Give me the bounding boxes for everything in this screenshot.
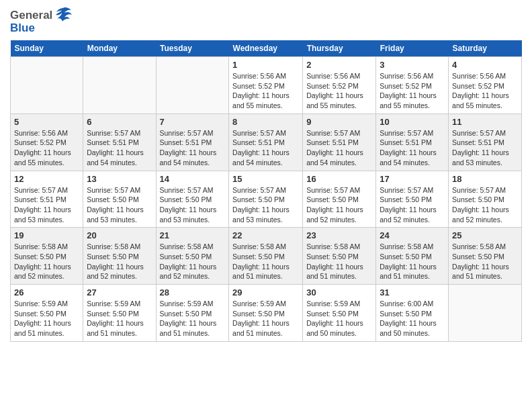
cell-content: Sunrise: 5:56 AMSunset: 5:52 PMDaylight:… <box>380 71 445 111</box>
week-row-3: 12Sunrise: 5:57 AMSunset: 5:51 PMDayligh… <box>11 171 522 228</box>
cal-cell <box>83 57 156 114</box>
day-number: 9 <box>306 117 372 127</box>
cal-cell: 19Sunrise: 5:58 AMSunset: 5:50 PMDayligh… <box>11 228 83 285</box>
day-number: 23 <box>306 230 372 240</box>
cal-cell: 23Sunrise: 5:58 AMSunset: 5:50 PMDayligh… <box>303 228 376 285</box>
column-header-tuesday: Tuesday <box>156 40 229 57</box>
cal-cell: 1Sunrise: 5:56 AMSunset: 5:52 PMDaylight… <box>229 57 303 114</box>
cal-cell: 27Sunrise: 5:59 AMSunset: 5:50 PMDayligh… <box>83 285 156 342</box>
cell-content: Sunrise: 5:57 AMSunset: 5:50 PMDaylight:… <box>452 185 518 225</box>
cal-cell: 28Sunrise: 5:59 AMSunset: 5:50 PMDayligh… <box>156 285 229 342</box>
day-number: 3 <box>380 60 445 70</box>
cal-cell: 9Sunrise: 5:57 AMSunset: 5:51 PMDaylight… <box>303 113 376 171</box>
cal-cell: 26Sunrise: 5:59 AMSunset: 5:50 PMDayligh… <box>11 285 83 342</box>
cell-content: Sunrise: 5:57 AMSunset: 5:51 PMDaylight:… <box>380 128 445 168</box>
cell-content: Sunrise: 5:56 AMSunset: 5:52 PMDaylight:… <box>232 71 299 111</box>
cell-content: Sunrise: 5:56 AMSunset: 5:52 PMDaylight:… <box>452 71 518 111</box>
day-number: 28 <box>160 287 226 298</box>
cell-content: Sunrise: 5:58 AMSunset: 5:50 PMDaylight:… <box>14 242 79 281</box>
week-row-1: 1Sunrise: 5:56 AMSunset: 5:52 PMDaylight… <box>11 57 522 114</box>
day-number: 24 <box>380 230 445 240</box>
cal-cell: 5Sunrise: 5:56 AMSunset: 5:52 PMDaylight… <box>11 113 83 171</box>
day-number: 14 <box>160 174 226 184</box>
day-number: 8 <box>232 117 299 127</box>
day-number: 11 <box>452 117 518 127</box>
day-number: 13 <box>87 174 152 184</box>
cal-cell: 3Sunrise: 5:56 AMSunset: 5:52 PMDaylight… <box>376 57 449 114</box>
cal-cell: 20Sunrise: 5:58 AMSunset: 5:50 PMDayligh… <box>83 228 156 285</box>
day-number: 30 <box>306 287 372 298</box>
page-container: General Blue SundayMondayTuesdayWednesda… <box>0 0 532 349</box>
cal-cell <box>156 57 229 114</box>
cell-content: Sunrise: 5:59 AMSunset: 5:50 PMDaylight:… <box>306 299 372 338</box>
cal-cell <box>449 285 522 342</box>
day-number: 16 <box>306 174 372 184</box>
cell-content: Sunrise: 6:00 AMSunset: 5:50 PMDaylight:… <box>380 299 445 338</box>
cal-cell: 15Sunrise: 5:57 AMSunset: 5:50 PMDayligh… <box>229 171 303 228</box>
day-number: 1 <box>232 60 299 70</box>
cell-content: Sunrise: 5:57 AMSunset: 5:50 PMDaylight:… <box>87 185 152 225</box>
cal-cell: 12Sunrise: 5:57 AMSunset: 5:51 PMDayligh… <box>11 171 83 228</box>
cal-cell: 8Sunrise: 5:57 AMSunset: 5:51 PMDaylight… <box>229 113 303 171</box>
cell-content: Sunrise: 5:57 AMSunset: 5:50 PMDaylight:… <box>160 185 226 225</box>
cell-content: Sunrise: 5:57 AMSunset: 5:51 PMDaylight:… <box>87 128 152 168</box>
cal-cell: 16Sunrise: 5:57 AMSunset: 5:50 PMDayligh… <box>303 171 376 228</box>
cell-content: Sunrise: 5:57 AMSunset: 5:50 PMDaylight:… <box>380 185 445 225</box>
cell-content: Sunrise: 5:59 AMSunset: 5:50 PMDaylight:… <box>14 299 79 338</box>
column-header-friday: Friday <box>376 40 449 57</box>
column-header-wednesday: Wednesday <box>229 40 303 57</box>
cell-content: Sunrise: 5:59 AMSunset: 5:50 PMDaylight:… <box>87 299 152 338</box>
cell-content: Sunrise: 5:57 AMSunset: 5:50 PMDaylight:… <box>232 185 299 225</box>
column-header-monday: Monday <box>83 40 156 57</box>
cal-cell: 17Sunrise: 5:57 AMSunset: 5:50 PMDayligh… <box>376 171 449 228</box>
cell-content: Sunrise: 5:58 AMSunset: 5:50 PMDaylight:… <box>306 242 372 281</box>
day-number: 26 <box>14 287 79 298</box>
day-number: 20 <box>87 230 152 240</box>
day-number: 5 <box>14 117 79 127</box>
day-number: 21 <box>160 230 226 240</box>
cell-content: Sunrise: 5:57 AMSunset: 5:51 PMDaylight:… <box>232 128 299 168</box>
header: General Blue <box>10 7 522 35</box>
cell-content: Sunrise: 5:57 AMSunset: 5:51 PMDaylight:… <box>160 128 226 168</box>
day-number: 7 <box>160 117 226 127</box>
day-number: 29 <box>232 287 299 298</box>
day-number: 2 <box>306 60 372 70</box>
day-number: 31 <box>380 287 445 298</box>
cell-content: Sunrise: 5:59 AMSunset: 5:50 PMDaylight:… <box>232 299 299 338</box>
cal-cell: 11Sunrise: 5:57 AMSunset: 5:51 PMDayligh… <box>449 113 522 171</box>
cal-cell <box>11 57 83 114</box>
logo: General Blue <box>10 7 73 35</box>
cell-content: Sunrise: 5:57 AMSunset: 5:51 PMDaylight:… <box>306 128 372 168</box>
cell-content: Sunrise: 5:57 AMSunset: 5:51 PMDaylight:… <box>452 128 518 168</box>
cal-cell: 4Sunrise: 5:56 AMSunset: 5:52 PMDaylight… <box>449 57 522 114</box>
logo-blue: Blue <box>10 21 35 35</box>
week-row-4: 19Sunrise: 5:58 AMSunset: 5:50 PMDayligh… <box>11 228 522 285</box>
logo-bird-icon <box>54 7 73 24</box>
day-number: 4 <box>452 60 518 70</box>
column-header-thursday: Thursday <box>303 40 376 57</box>
cal-cell: 13Sunrise: 5:57 AMSunset: 5:50 PMDayligh… <box>83 171 156 228</box>
week-row-5: 26Sunrise: 5:59 AMSunset: 5:50 PMDayligh… <box>11 285 522 342</box>
day-number: 25 <box>452 230 518 240</box>
cell-content: Sunrise: 5:58 AMSunset: 5:50 PMDaylight:… <box>87 242 152 281</box>
cal-cell: 10Sunrise: 5:57 AMSunset: 5:51 PMDayligh… <box>376 113 449 171</box>
cal-cell: 25Sunrise: 5:58 AMSunset: 5:50 PMDayligh… <box>449 228 522 285</box>
day-number: 18 <box>452 174 518 184</box>
day-number: 10 <box>380 117 445 127</box>
day-number: 27 <box>87 287 152 298</box>
cal-cell: 24Sunrise: 5:58 AMSunset: 5:50 PMDayligh… <box>376 228 449 285</box>
header-row: SundayMondayTuesdayWednesdayThursdayFrid… <box>11 40 522 57</box>
day-number: 19 <box>14 230 79 240</box>
cal-cell: 22Sunrise: 5:58 AMSunset: 5:50 PMDayligh… <box>229 228 303 285</box>
cell-content: Sunrise: 5:58 AMSunset: 5:50 PMDaylight:… <box>380 242 445 281</box>
cell-content: Sunrise: 5:56 AMSunset: 5:52 PMDaylight:… <box>14 128 79 168</box>
week-row-2: 5Sunrise: 5:56 AMSunset: 5:52 PMDaylight… <box>11 113 522 171</box>
cal-cell: 21Sunrise: 5:58 AMSunset: 5:50 PMDayligh… <box>156 228 229 285</box>
cal-cell: 2Sunrise: 5:56 AMSunset: 5:52 PMDaylight… <box>303 57 376 114</box>
cal-cell: 7Sunrise: 5:57 AMSunset: 5:51 PMDaylight… <box>156 113 229 171</box>
cal-cell: 18Sunrise: 5:57 AMSunset: 5:50 PMDayligh… <box>449 171 522 228</box>
day-number: 17 <box>380 174 445 184</box>
day-number: 22 <box>232 230 299 240</box>
cal-cell: 14Sunrise: 5:57 AMSunset: 5:50 PMDayligh… <box>156 171 229 228</box>
logo-general: General <box>10 9 52 22</box>
